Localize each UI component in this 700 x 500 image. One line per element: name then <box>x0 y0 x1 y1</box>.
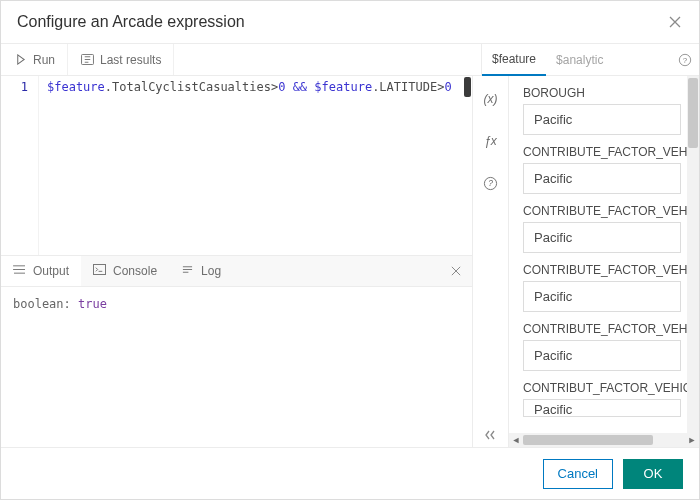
output-panel-tabs: Output Console Log <box>1 255 472 287</box>
console-icon <box>93 264 107 278</box>
tab-console[interactable]: Console <box>81 256 169 286</box>
dialog: Configure an Arcade expression Run Last … <box>0 0 700 500</box>
line-number: 1 <box>1 80 28 94</box>
attribute-value[interactable]: Pacific <box>523 340 681 371</box>
results-icon <box>80 53 94 67</box>
attribute-row: CONTRIBUTE_FACTOR_VEHICLE Pacific <box>523 204 687 253</box>
attributes-vertical-scrollbar[interactable] <box>687 76 699 433</box>
dialog-title: Configure an Arcade expression <box>17 13 245 31</box>
last-results-label: Last results <box>100 53 161 67</box>
svg-text:?: ? <box>488 178 493 188</box>
scroll-left-icon[interactable]: ◄ <box>509 433 523 447</box>
scrollbar-thumb[interactable] <box>688 78 698 148</box>
tab-analytic[interactable]: $analytic <box>546 44 613 75</box>
tab-log[interactable]: Log <box>169 256 233 286</box>
editor-gutter: 1 <box>1 76 39 255</box>
right-column: BOROUGH Pacific CONTRIBUTE_FACTOR_VEHICL… <box>509 76 699 447</box>
cancel-button[interactable]: Cancel <box>543 459 613 489</box>
tab-output[interactable]: Output <box>1 256 81 286</box>
run-label: Run <box>33 53 55 67</box>
attributes-horizontal-scrollbar[interactable]: ◄ ► <box>509 433 699 447</box>
attribute-label: CONTRIBUT_FACTOR_VEHICLE_ <box>523 381 687 395</box>
panel-close-icon[interactable] <box>440 256 472 286</box>
ok-button[interactable]: OK <box>623 459 683 489</box>
toolbar-left: Run Last results <box>1 44 481 75</box>
collapse-panel-icon[interactable] <box>485 427 497 447</box>
attribute-value[interactable]: Pacific <box>523 104 681 135</box>
attribute-row: BOROUGH Pacific <box>523 86 687 135</box>
middle-toolbar: (x) ƒx ? <box>473 76 509 447</box>
dialog-footer: Cancel OK <box>1 447 699 499</box>
toolbar: Run Last results $feature $analytic ? <box>1 44 699 76</box>
log-label: Log <box>201 264 221 278</box>
output-label: Output <box>33 264 69 278</box>
attributes-list[interactable]: BOROUGH Pacific CONTRIBUTE_FACTOR_VEHICL… <box>509 76 687 433</box>
output-value: true <box>78 297 107 311</box>
attribute-value[interactable]: Pacific <box>523 163 681 194</box>
attribute-value[interactable]: Pacific <box>523 399 681 417</box>
toolbar-right: $feature $analytic ? <box>481 44 699 75</box>
log-icon <box>181 264 195 278</box>
attribute-row: CONTRIBUT_FACTOR_VEHICLE_ Pacific <box>523 381 687 417</box>
help-icon[interactable]: ? <box>671 44 699 75</box>
attribute-label: CONTRIBUTE_FACTOR_VEHICLE <box>523 145 687 159</box>
editor-code[interactable]: $feature.TotalCyclistCasualties>0 && $fe… <box>39 76 460 255</box>
code-editor[interactable]: 1 $feature.TotalCyclistCasualties>0 && $… <box>1 76 472 255</box>
profile-tabs: $feature $analytic <box>482 44 671 75</box>
attributes-wrap: BOROUGH Pacific CONTRIBUTE_FACTOR_VEHICL… <box>509 76 699 433</box>
functions-button[interactable]: ƒx <box>480 130 502 152</box>
editor-scrollbar[interactable] <box>464 77 471 97</box>
last-results-button[interactable]: Last results <box>68 44 174 75</box>
play-icon <box>13 53 27 67</box>
output-icon <box>13 264 27 278</box>
attribute-label: BOROUGH <box>523 86 687 100</box>
output-type: boolean: <box>13 297 71 311</box>
attribute-value[interactable]: Pacific <box>523 281 681 312</box>
help-button[interactable]: ? <box>480 172 502 194</box>
scroll-right-icon[interactable]: ► <box>685 433 699 447</box>
close-icon[interactable] <box>667 14 683 30</box>
run-button[interactable]: Run <box>1 44 68 75</box>
attribute-label: CONTRIBUTE_FACTOR_VEHICLE <box>523 322 687 336</box>
attribute-row: CONTRIBUTE_FACTOR_VEHICLE Pacific <box>523 322 687 371</box>
dialog-body: 1 $feature.TotalCyclistCasualties>0 && $… <box>1 76 699 447</box>
variables-button[interactable]: (x) <box>480 88 502 110</box>
attribute-label: CONTRIBUTE_FACTOR_VEHICLE <box>523 204 687 218</box>
attribute-row: CONTRIBUTE_FACTOR_VEHICLE Pacific <box>523 145 687 194</box>
output-panel-body: boolean: true <box>1 287 472 447</box>
scrollbar-thumb[interactable] <box>523 435 653 445</box>
panel-resize-handle[interactable] <box>1 252 472 256</box>
attribute-label: CONTRIBUTE_FACTOR_VEHICLE <box>523 263 687 277</box>
console-label: Console <box>113 264 157 278</box>
left-column: 1 $feature.TotalCyclistCasualties>0 && $… <box>1 76 473 447</box>
svg-text:?: ? <box>683 55 688 64</box>
tab-feature[interactable]: $feature <box>482 44 546 76</box>
attribute-value[interactable]: Pacific <box>523 222 681 253</box>
dialog-header: Configure an Arcade expression <box>1 1 699 44</box>
svg-rect-3 <box>94 264 106 274</box>
attribute-row: CONTRIBUTE_FACTOR_VEHICLE Pacific <box>523 263 687 312</box>
